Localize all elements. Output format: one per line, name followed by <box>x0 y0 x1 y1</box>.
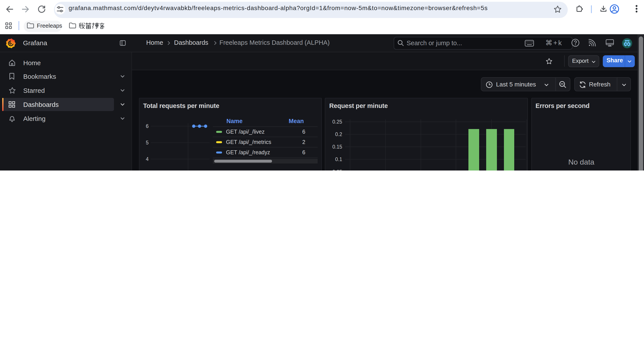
svg-text:6: 6 <box>146 123 148 129</box>
svg-text:0.15: 0.15 <box>332 144 342 150</box>
svg-text:GET /api/_/livez: GET /api/_/livez <box>226 129 264 135</box>
svg-text:Mean: Mean <box>288 118 304 124</box>
svg-text:6: 6 <box>302 129 305 135</box>
svg-text:0.1: 0.1 <box>335 156 342 162</box>
svg-text:4: 4 <box>146 156 148 162</box>
svg-text:5: 5 <box>146 140 148 146</box>
svg-text:0.2: 0.2 <box>335 131 342 137</box>
svg-text:GET /api/_/metrics: GET /api/_/metrics <box>226 139 271 145</box>
svg-text:6: 6 <box>302 149 305 155</box>
svg-text:GET /api/_/readyz: GET /api/_/readyz <box>226 149 270 155</box>
svg-text:0.25: 0.25 <box>332 119 342 125</box>
svg-text:2: 2 <box>302 139 305 145</box>
svg-text:Name: Name <box>226 118 242 124</box>
svg-text:0.05: 0.05 <box>332 169 342 171</box>
